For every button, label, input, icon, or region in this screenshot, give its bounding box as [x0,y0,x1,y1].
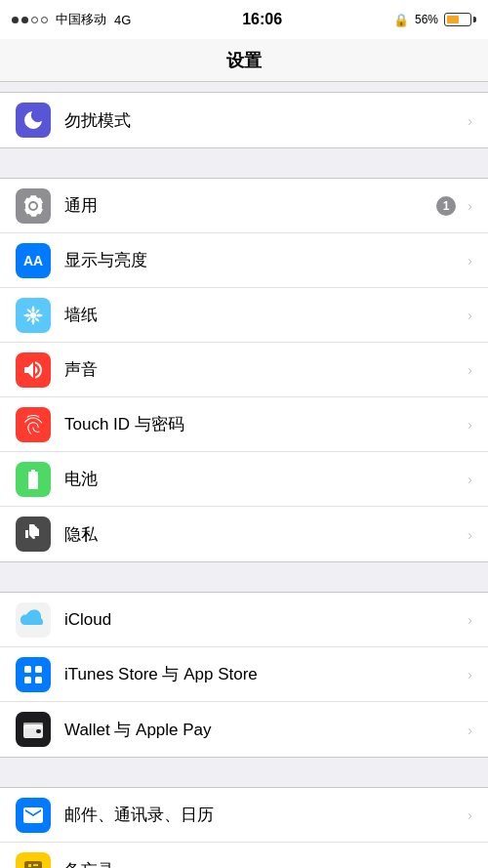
aa-text: AA [23,253,43,269]
touchid-icon [16,407,51,442]
section-general: 通用 1 › AA 显示与亮度 › 墙纸 › 声音 › [0,178,488,562]
appstore-svg [21,663,45,686]
lock-icon: 🔒 [393,13,409,27]
chevron-icon: › [468,361,472,378]
spacer-top [0,82,488,92]
chevron-icon: › [468,307,472,323]
spacer-3 [0,758,488,787]
status-right: 🔒 56% [393,13,476,27]
speaker-svg [21,358,45,382]
page-title: 设置 [226,49,262,72]
signal-dot-2 [21,17,28,23]
battery-fill [447,16,459,23]
row-do-not-disturb[interactable]: 勿扰模式 › [0,93,488,147]
battery-percent: 56% [415,13,438,26]
row-touchid[interactable]: Touch ID 与密码 › [0,397,488,452]
battery-icon [444,13,476,26]
spacer-2 [0,562,488,592]
gear-svg [21,194,45,218]
carrier-label: 中国移动 [56,11,106,28]
row-mail[interactable]: 邮件、通讯录、日历 › [0,788,488,843]
svg-rect-4 [24,677,31,683]
sound-icon [16,352,51,388]
mail-label: 邮件、通讯录、日历 [64,804,464,826]
wallet-label: Wallet 与 Apple Pay [64,719,464,741]
battery-label: 电池 [64,468,464,490]
touchid-label: Touch ID 与密码 [64,413,464,435]
wallpaper-icon [16,298,51,333]
chevron-icon: › [468,666,472,682]
nav-bar: 设置 [0,39,488,82]
svg-rect-2 [24,666,31,673]
signal-dot-3 [31,17,38,23]
row-itunes[interactable]: iTunes Store 与 App Store › [0,647,488,702]
row-icloud[interactable]: iCloud › [0,593,488,647]
notes-label: 备忘录 [64,859,464,869]
chevron-icon: › [468,722,472,738]
wallet-svg [21,718,45,741]
status-left: 中国移动 4G [12,11,131,28]
flower-svg [21,304,45,327]
battery-body [444,13,471,26]
signal-dot-1 [12,17,19,23]
svg-rect-8 [36,729,41,733]
status-bar: 中国移动 4G 16:06 🔒 56% [0,0,488,39]
chevron-icon: › [468,197,472,214]
row-wallpaper[interactable]: 墙纸 › [0,288,488,343]
chevron-icon: › [468,806,472,823]
chevron-icon: › [468,611,472,628]
row-wallet[interactable]: Wallet 与 Apple Pay › [0,702,488,757]
spacer-1 [0,148,488,178]
mail-svg [21,804,45,827]
svg-rect-5 [35,677,42,683]
chevron-icon: › [468,526,472,543]
chevron-icon: › [468,112,472,129]
itunes-label: iTunes Store 与 App Store [64,663,464,685]
svg-rect-3 [35,666,42,673]
notes-icon [16,852,51,868]
privacy-icon [16,517,51,552]
row-privacy[interactable]: 隐私 › [0,507,488,561]
hand-svg [21,522,45,546]
do-not-disturb-icon [16,103,51,138]
icloud-icon-wrapper [16,602,51,638]
svg-point-0 [30,312,36,318]
row-sound[interactable]: 声音 › [0,343,488,397]
row-general[interactable]: 通用 1 › [0,179,488,233]
display-icon: AA [16,243,51,278]
section-apps: 邮件、通讯录、日历 › 备忘录 › [0,787,488,868]
mail-icon [16,798,51,833]
row-battery[interactable]: 电池 › [0,452,488,507]
wallpaper-label: 墙纸 [64,304,464,326]
battery-tip [473,17,476,22]
battery-svg [21,468,45,491]
battery-settings-icon [16,462,51,497]
sound-label: 声音 [64,358,464,381]
section-services: iCloud › iTunes Store 与 App Store › Wall… [0,592,488,758]
signal-dot-4 [41,17,48,23]
fingerprint-svg [21,413,45,436]
general-label: 通用 [64,194,436,217]
itunes-icon [16,657,51,692]
section-dnd: 勿扰模式 › [0,92,488,148]
notes-svg [21,858,45,868]
chevron-icon: › [468,252,472,269]
row-display[interactable]: AA 显示与亮度 › [0,233,488,288]
signal-dots [12,17,48,23]
privacy-label: 隐私 [64,523,464,546]
wallet-icon [16,712,51,747]
general-badge: 1 [436,196,456,216]
svg-rect-7 [23,723,43,726]
row-notes[interactable]: 备忘录 › [0,843,488,868]
icloud-label: iCloud [64,610,464,630]
network-label: 4G [114,13,131,27]
chevron-icon: › [468,862,472,869]
chevron-icon: › [468,416,472,433]
status-time: 16:06 [242,11,282,28]
icloud-svg [16,602,51,638]
general-icon [16,188,51,224]
moon-svg [21,108,45,132]
chevron-icon: › [468,471,472,487]
do-not-disturb-label: 勿扰模式 [64,109,464,132]
display-label: 显示与亮度 [64,249,464,271]
